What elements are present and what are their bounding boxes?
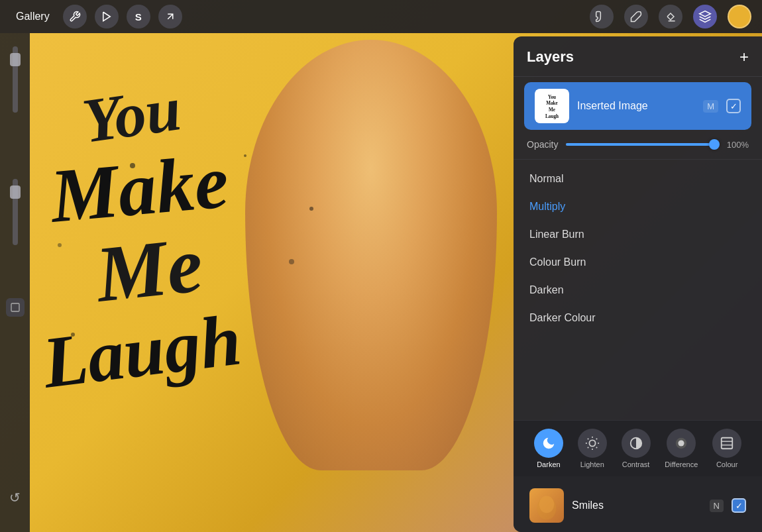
lighten-label: Lighten <box>580 460 604 468</box>
darken-icon <box>534 429 563 458</box>
magic-button[interactable] <box>95 5 119 28</box>
layer-name-smiles: Smiles <box>572 500 702 511</box>
layer-mode-inserted: M <box>703 100 718 113</box>
svg-line-10 <box>168 14 173 19</box>
svg-rect-30 <box>722 438 733 449</box>
layer-thumbnail-smiles <box>529 488 564 523</box>
svg-text:Me: Me <box>549 107 555 113</box>
layer-visibility-inserted[interactable]: ✓ <box>726 99 741 113</box>
sketchclub-button[interactable]: S <box>127 5 150 28</box>
gallery-button[interactable]: Gallery <box>11 8 55 25</box>
layer-thumbnail-inserted: You Make Me Laugh <box>535 89 569 123</box>
svg-text:You: You <box>548 95 556 100</box>
layer-visibility-smiles[interactable]: ✓ <box>732 498 746 513</box>
layer-item-smiles[interactable]: Smiles N ✓ <box>519 482 757 529</box>
share-button[interactable] <box>158 5 182 28</box>
top-toolbar: Gallery S <box>0 0 762 33</box>
opacity-section: Opacity 100% <box>514 130 762 160</box>
blend-cat-darken[interactable]: Darken <box>534 429 563 468</box>
layers-tool[interactable] <box>693 5 717 28</box>
svg-text:Make: Make <box>546 101 558 106</box>
blend-cat-difference[interactable]: Difference <box>665 429 698 468</box>
svg-point-5 <box>244 154 246 157</box>
brush-size-slider[interactable] <box>13 46 18 113</box>
svg-text:Laugh: Laugh <box>545 114 559 119</box>
opacity-label: Opacity <box>527 139 558 150</box>
svg-point-6 <box>58 243 62 247</box>
blend-mode-colour-burn[interactable]: Colour Burn <box>514 248 762 276</box>
layer-name-inserted: Inserted Image <box>577 100 695 112</box>
layer-mode-smiles: N <box>710 500 724 512</box>
difference-label: Difference <box>665 460 698 468</box>
colour-label: Colour <box>716 460 737 468</box>
colour-icon <box>712 429 741 458</box>
undo-button[interactable]: ↺ <box>9 490 21 505</box>
svg-text:Me: Me <box>91 220 207 319</box>
darken-label: Darken <box>537 460 560 468</box>
add-layer-button[interactable]: + <box>739 49 749 65</box>
blend-mode-linear-burn[interactable]: Linear Burn <box>514 221 762 248</box>
svg-line-22 <box>596 447 597 448</box>
blend-cat-colour[interactable]: Colour <box>712 429 741 468</box>
smudge-tool[interactable] <box>624 5 648 28</box>
svg-marker-11 <box>700 11 711 17</box>
calligraphy-art: You Make Me Laugh <box>27 53 358 484</box>
opacity-track[interactable] <box>566 143 718 146</box>
blend-modes-list: Normal Multiply Linear Burn Colour Burn … <box>514 160 762 420</box>
toolbar-right <box>590 5 751 28</box>
svg-point-29 <box>679 440 684 446</box>
layer-item-inserted-image[interactable]: You Make Me Laugh Inserted Image M ✓ <box>524 82 751 130</box>
blend-mode-darken[interactable]: Darken <box>514 276 762 304</box>
lighten-icon <box>578 429 607 458</box>
contrast-icon <box>622 429 651 458</box>
blend-categories: Darken Lighten <box>514 420 762 476</box>
toolbar-left: Gallery S <box>11 5 182 28</box>
contrast-label: Contrast <box>622 460 650 468</box>
opacity-slider-sidebar[interactable] <box>13 179 18 245</box>
panel-title: Layers <box>527 48 574 66</box>
opacity-value: 100% <box>727 140 749 150</box>
svg-point-7 <box>309 207 313 211</box>
difference-icon <box>667 429 696 458</box>
opacity-thumb[interactable] <box>709 139 720 150</box>
svg-line-26 <box>596 439 597 439</box>
left-sidebar: ↺ <box>0 33 30 532</box>
blend-mode-multiply[interactable]: Multiply <box>514 193 762 221</box>
brush-tool[interactable] <box>590 5 614 28</box>
blend-mode-normal[interactable]: Normal <box>514 165 762 193</box>
layer-list-top: You Make Me Laugh Inserted Image M ✓ <box>514 77 762 130</box>
blend-cat-contrast[interactable]: Contrast <box>622 429 651 468</box>
svg-text:Make: Make <box>46 139 231 239</box>
blend-cat-lighten[interactable]: Lighten <box>578 429 607 468</box>
sidebar-square-icon[interactable] <box>6 298 25 317</box>
layers-panel: Layers + You Make Me Laugh Inserted Imag… <box>514 36 762 532</box>
svg-rect-12 <box>11 303 19 311</box>
svg-text:Laugh: Laugh <box>38 299 245 403</box>
svg-line-25 <box>588 447 588 448</box>
panel-header: Layers + <box>514 36 762 77</box>
svg-line-21 <box>588 439 588 439</box>
svg-point-18 <box>589 440 595 446</box>
svg-point-4 <box>130 163 135 168</box>
svg-point-35 <box>539 496 554 513</box>
opacity-fill <box>566 143 718 146</box>
wrench-button[interactable] <box>63 5 87 28</box>
eraser-tool[interactable] <box>659 5 682 28</box>
blend-mode-darker-colour[interactable]: Darker Colour <box>514 304 762 332</box>
sidebar-bottom: ↺ <box>9 490 21 505</box>
color-swatch[interactable] <box>728 5 751 28</box>
smiles-layer-area: Smiles N ✓ <box>514 476 762 532</box>
svg-point-8 <box>289 259 294 264</box>
svg-point-9 <box>71 333 75 337</box>
